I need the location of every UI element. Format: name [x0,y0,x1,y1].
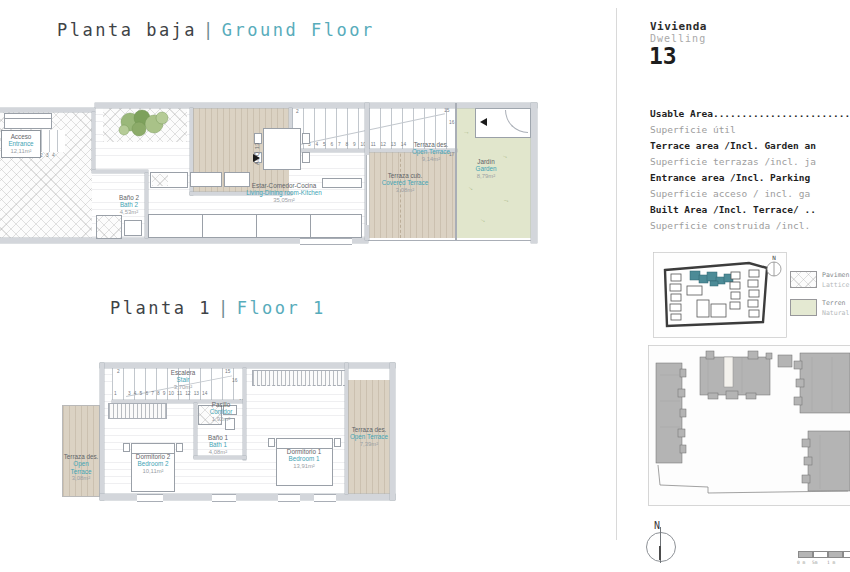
room-label-bath1: Baño 1 Bath 1 4,08m² [198,434,238,456]
room-area: 9,14m² [404,156,458,163]
room-name-en: Corridor [200,408,242,415]
legend-item-lattice: Pavimen Lattice [822,271,849,291]
terrace-notch [348,368,390,380]
room-area: 1,92m² [200,416,242,423]
room-label-corridor: Pasillo Corridor 1,92m² [200,401,242,423]
room-area: 3,70m² [160,384,206,391]
window-opening [278,494,300,502]
title-separator: | [212,298,237,318]
wall-segment [243,368,246,460]
room-name-es: Dormitorio 1 [274,448,334,455]
legend-swatch-natural [790,299,817,316]
floor1-title-en: Floor 1 [237,298,326,318]
site-plan-minimap: N [653,252,787,338]
legend-label: Natural [822,309,849,319]
ground-floor-title: Planta baja|Ground Floor [57,20,375,40]
room-name-en: Covered Terrace [377,179,433,186]
vertical-divider [616,8,617,540]
legend-label: Lattice [822,281,849,291]
stair-number: 2 [117,369,120,374]
wardrobe-hatch [108,403,167,419]
room-label-stair: Escalera Stair 3,70m² [160,369,206,391]
stair-number: 16 [449,120,454,125]
room-label-open-terrace: Terraza des. Open Terrace 9,14m² [404,141,458,163]
window-opening [314,494,336,502]
room-name-en: Entrance [3,140,39,147]
scale-tick-label: 0 m [797,560,805,565]
room-area: 12,11m² [3,148,39,155]
wall-segment [194,456,246,459]
floor1-title: Planta 1|Floor 1 [110,298,326,318]
area-line-en: Built Area /Incl. Terrace/ .. [650,204,816,215]
room-label-bath2: Baño 2 Bath 2 4,53m² [105,194,153,216]
room-name-en: Open Terrace [346,433,392,440]
scale-tick-label: 5m [812,560,817,565]
legend-swatch-lattice [790,271,817,288]
floor1-title-es: Planta 1 [110,298,212,318]
room-label-living: Estar-Comedor-Cocina Living-Dining room-… [237,182,331,204]
counter-division [256,214,257,238]
wall-segment [368,240,537,241]
wall-segment [455,103,457,240]
room-label-entrance: Acceso Entrance 12,11m² [1,130,41,158]
furniture-chair [302,133,310,144]
room-area: 35,05m² [237,197,331,204]
furniture-sink [124,220,142,236]
scale-tick-label: 1 m [827,560,835,565]
wardrobe-hatch [252,370,346,386]
furniture-sofa [4,113,52,129]
plant-icon [112,106,178,144]
wall-segment [0,108,95,112]
room-name-en: Living-Dining room-Kitchen [237,189,331,196]
room-name-en: Bath 2 [105,201,153,208]
furniture-chair [302,152,310,163]
window-opening [137,494,163,502]
room-area: 13,91m² [274,463,334,470]
room-label-terrace-right: Terraza des. Open Terrace 7,39m² [346,426,392,448]
room-name-es: Baño 2 [105,194,153,201]
stair-number: 16 [232,378,237,383]
area-line-es: Superficie construida /incl. [650,220,810,231]
room-area: 3,08m² [63,475,99,482]
room-name-es: Terraza des. [63,453,99,460]
floor1-plan: 2 1 3 4 5 6 7 8 9 10 11 12 13 14 15 16 1… [62,358,404,516]
room-name-en: Garden [458,165,514,172]
room-area: 10,11m² [124,468,182,475]
stair-number: 2 [296,109,299,114]
furniture-nightstand [268,438,275,447]
dwelling-label-es: Vivienda [650,20,707,33]
ground-title-es: Planta baja [57,20,197,40]
wall-segment [100,363,104,500]
entry-direction-arrow-icon [480,118,487,126]
wall-segment [194,403,197,458]
room-area: 4,53m² [105,209,153,216]
furniture-kitchen-counter-long [148,214,362,238]
room-name-es: Baño 1 [198,434,238,441]
ground-floor-plan: → → → → → 2 1 3 4 5 6 7 8 9 10 11 12 13 … [0,100,537,246]
room-area: 8,79m² [458,173,514,180]
minimap-north-label: N [772,254,776,261]
counter-division [310,214,311,238]
room-name-en: Open Terrace [63,460,99,475]
room-name-es: Terraza des. [346,426,392,433]
room-label-garden: Jardín Garden 8,79m² [458,158,514,180]
terrace-left-deck [62,405,100,497]
wall-segment [95,103,537,108]
furniture-dining-table [263,128,301,170]
room-name-en: Bedroom 2 [124,460,182,467]
room-name-es: Dormitorio 2 [124,453,182,460]
furniture-nightstand [334,438,341,447]
area-line-en: Entrance area /Incl. Parking [650,172,810,183]
wall-segment [531,103,537,243]
counter-division [202,214,203,238]
room-name-en: Stair [160,376,206,383]
area-line-es: Superficie acceso / incl. ga [650,188,810,199]
room-name-en: Open Terrace [404,148,458,155]
furniture-nightstand [123,443,130,452]
wall-segment [100,363,395,368]
window-opening [300,238,352,245]
scale-bar-segment [843,551,850,558]
area-line-en: Usable Area........................... [650,108,850,119]
room-label-bedroom1: Dormitorio 1 Bedroom 1 13,91m² [274,448,334,470]
legend-item-natural: Terren Natural [822,299,849,319]
